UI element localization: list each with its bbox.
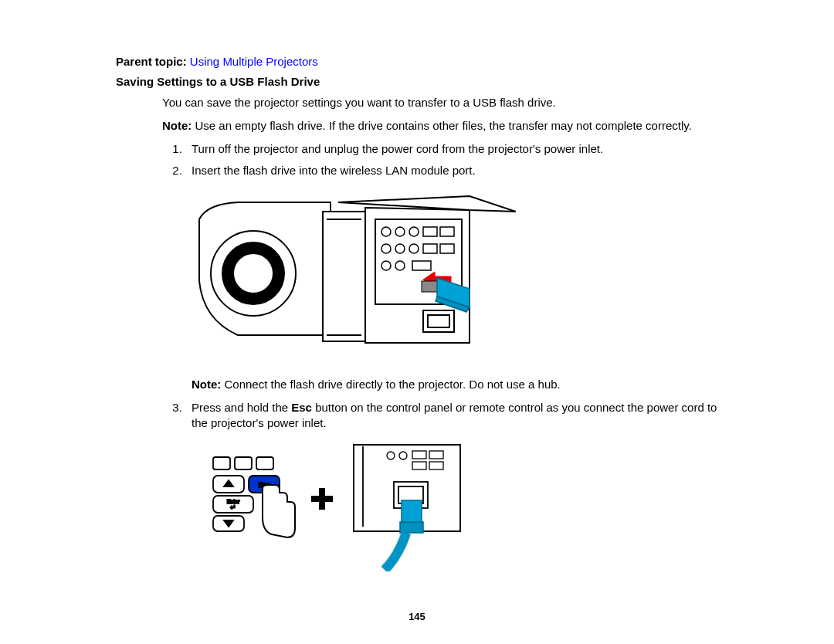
step-1-text: Turn off the projector and unplug the po… <box>192 142 603 155</box>
svg-rect-29 <box>256 457 273 469</box>
steps-list: Turn off the projector and unplug the po… <box>162 141 718 571</box>
svg-point-13 <box>395 244 405 253</box>
svg-rect-21 <box>428 315 449 327</box>
step-3-esc: Esc <box>291 401 312 414</box>
svg-rect-47 <box>402 500 422 524</box>
note-body: Use an empty flash drive. If the drive c… <box>192 119 692 132</box>
svg-point-8 <box>395 227 405 236</box>
note-label: Note: <box>162 119 192 132</box>
svg-rect-42 <box>429 451 443 459</box>
svg-point-17 <box>381 261 391 270</box>
document-page: Parent topic: Using Multiple Projectors … <box>0 0 834 644</box>
svg-point-39 <box>387 452 395 459</box>
note-body-2: Connect the flash drive directly to the … <box>221 378 560 391</box>
step-2: Insert the flash drive into the wireless… <box>185 163 718 392</box>
step-3: Press and hold the Esc button on the con… <box>185 400 718 572</box>
parent-topic-label: Parent topic: <box>116 55 187 68</box>
parent-topic-line: Parent topic: Using Multiple Projectors <box>116 54 718 69</box>
note-label-2: Note: <box>192 378 221 391</box>
svg-point-12 <box>381 244 391 253</box>
step-1: Turn off the projector and unplug the po… <box>185 141 718 157</box>
svg-point-14 <box>409 244 419 253</box>
svg-rect-23 <box>422 281 439 292</box>
svg-rect-27 <box>213 457 230 469</box>
svg-rect-48 <box>400 522 423 533</box>
svg-point-7 <box>381 227 391 236</box>
parent-topic-link[interactable]: Using Multiple Projectors <box>190 55 318 68</box>
svg-rect-11 <box>440 227 454 236</box>
figure-usb-insert <box>192 188 718 366</box>
step-2-note: Note: Connect the flash drive directly t… <box>192 377 718 392</box>
svg-rect-15 <box>423 244 437 253</box>
svg-rect-19 <box>412 261 431 270</box>
step-3-text-pre: Press and hold the <box>192 401 291 414</box>
svg-rect-10 <box>423 227 437 236</box>
svg-point-18 <box>395 261 405 270</box>
section-title: Saving Settings to a USB Flash Drive <box>116 74 718 90</box>
svg-point-9 <box>409 227 419 236</box>
plus-icon <box>311 488 333 510</box>
svg-rect-41 <box>412 451 426 459</box>
svg-rect-28 <box>235 457 252 469</box>
page-number: 145 <box>0 610 834 624</box>
note-flash-drive: Note: Use an empty flash drive. If the d… <box>162 118 718 134</box>
intro-paragraph: You can save the projector settings you … <box>162 95 718 110</box>
svg-point-2 <box>233 253 273 293</box>
step-2-text: Insert the flash drive into the wireless… <box>192 164 476 177</box>
svg-rect-43 <box>412 462 426 469</box>
svg-point-40 <box>399 452 407 459</box>
figure-esc-power: Esc Enter ↵ <box>192 440 718 571</box>
svg-rect-3 <box>323 212 365 341</box>
svg-rect-38 <box>319 488 325 510</box>
svg-rect-16 <box>440 244 454 253</box>
svg-text:↵: ↵ <box>230 503 236 511</box>
svg-rect-44 <box>429 462 443 469</box>
